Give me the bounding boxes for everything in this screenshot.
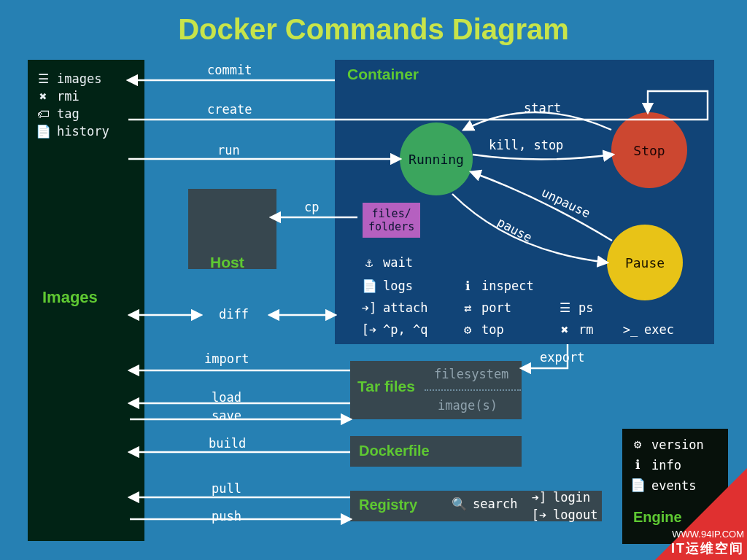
dockerfile-title: Dockerfile xyxy=(359,443,430,459)
label-diff: diff xyxy=(219,307,249,322)
label-commit: commit xyxy=(207,63,252,77)
tar-divider xyxy=(425,389,521,391)
registry-logout: [➔logout xyxy=(533,508,597,522)
anchor-icon: ⚓ xyxy=(363,256,376,269)
engine-version: ⚙version xyxy=(622,435,728,455)
tar-title: Tar files xyxy=(357,378,415,395)
page-title: Docker Commands Diagram xyxy=(0,13,747,46)
cmd-port: ⇄port xyxy=(461,300,511,315)
images-item-history: 📄history xyxy=(28,122,144,140)
images-item-tag: 🏷tag xyxy=(28,105,144,122)
cmd-top: ⚙top xyxy=(461,322,504,337)
gear-icon: ⚙ xyxy=(631,438,644,451)
label-export: export xyxy=(540,350,584,365)
tar-images: image(s) xyxy=(438,398,498,413)
terminal-icon: >_ xyxy=(624,323,637,336)
label-load: load xyxy=(212,390,241,405)
search-icon: 🔍 xyxy=(452,497,465,510)
tag-icon: 🏷 xyxy=(36,107,50,120)
state-running: Running xyxy=(400,122,473,195)
container-title: Container xyxy=(347,66,419,83)
images-title: Images xyxy=(42,288,98,307)
close-icon: ✖ xyxy=(36,90,50,103)
state-stop: Stop xyxy=(611,112,687,188)
cmd-inspect: ℹinspect xyxy=(461,279,534,293)
watermark-url: WWW.94IP.COM xyxy=(672,529,744,540)
container-files-folders: files/ folders xyxy=(363,203,420,238)
label-import: import xyxy=(204,351,249,366)
registry-login: ➔]login xyxy=(533,490,590,505)
host-title: Host xyxy=(210,254,244,271)
list-icon: ☰ xyxy=(558,301,571,314)
close-icon: ✖ xyxy=(558,323,571,336)
label-pull: pull xyxy=(212,481,241,496)
cmd-detach: [➔^p, ^q xyxy=(363,322,427,337)
cmd-exec: >_exec xyxy=(624,322,674,337)
cmd-attach: ➔]attach xyxy=(363,300,427,315)
login-icon: ➔] xyxy=(533,491,546,504)
cmd-logs: 📄logs xyxy=(363,279,413,293)
cmd-wait: ⚓wait xyxy=(363,255,413,270)
label-cp: cp xyxy=(304,200,319,214)
label-run: run xyxy=(217,143,240,158)
label-push: push xyxy=(212,509,241,524)
label-save: save xyxy=(212,408,241,423)
label-start: start xyxy=(524,101,561,115)
logout-icon: [➔ xyxy=(533,508,546,521)
label-kill-stop: kill, stop xyxy=(489,138,563,152)
swap-icon: ⇄ xyxy=(461,301,474,314)
file-icon: 📄 xyxy=(36,125,50,138)
info-icon: ℹ xyxy=(461,279,474,292)
cmd-rm: ✖rm xyxy=(558,322,593,337)
gears-icon: ⚙ xyxy=(461,323,474,336)
images-item-images: ☰images xyxy=(28,70,144,88)
state-pause: Pause xyxy=(607,225,683,300)
registry-title: Registry xyxy=(359,497,417,513)
images-item-rmi: ✖rmi xyxy=(28,88,144,105)
file-icon: 📄 xyxy=(363,279,376,292)
label-create: create xyxy=(207,102,252,117)
tar-filesystem: filesystem xyxy=(434,367,508,381)
list-icon: ☰ xyxy=(36,72,50,85)
watermark-brand: IT运维空间 xyxy=(671,540,744,557)
file-icon: 📄 xyxy=(631,478,644,491)
registry-search: 🔍search xyxy=(452,497,517,511)
login-icon: ➔] xyxy=(363,301,376,314)
cmd-ps: ☰ps xyxy=(558,300,593,315)
logout-icon: [➔ xyxy=(363,323,376,336)
label-build: build xyxy=(209,436,246,451)
info-icon: ℹ xyxy=(631,458,644,471)
